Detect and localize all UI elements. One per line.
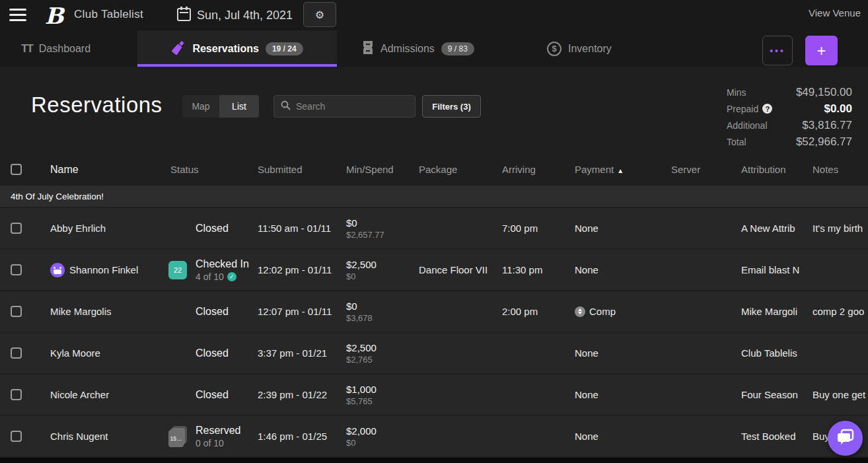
row-checkbox[interactable] [11, 431, 22, 442]
spend-value: $0 [346, 438, 419, 448]
spend-value: $2,657.77 [346, 230, 419, 240]
settings-button[interactable]: ⚙ [303, 2, 336, 27]
col-payment-sort[interactable]: Payment▲ [575, 164, 671, 175]
map-view-button[interactable]: Map [182, 95, 219, 118]
table-row[interactable]: Abby Ehrlich Closed 11:50 am - 01/11 $0$… [0, 208, 868, 248]
payment-cell: None [575, 223, 671, 234]
submitted-cell: 2:39 pm - 01/22 [258, 389, 346, 400]
min-value: $0 [346, 217, 419, 229]
col-status[interactable]: Status [165, 164, 258, 175]
list-view-button[interactable]: List [219, 95, 259, 118]
search-input[interactable] [296, 101, 416, 112]
col-name[interactable]: Name [50, 164, 165, 176]
notes-cell: Buy one get [813, 389, 868, 400]
tab-dashboard-label: Dashboard [39, 43, 90, 55]
mins-label: Mins [727, 87, 746, 98]
guest-count: 4 of 10 [196, 271, 224, 282]
guest-name: Nicole Archer [50, 389, 165, 400]
notes-cell: It's my birth [813, 223, 868, 234]
event-section-header: 4th Of July Celebration! [0, 186, 868, 207]
arriving-cell: 2:00 pm [502, 306, 575, 317]
row-checkbox[interactable] [11, 347, 22, 359]
col-attribution[interactable]: Attribution [741, 164, 813, 175]
payment-cell: None [575, 389, 671, 400]
attribution-cell: A New Attrib [741, 223, 813, 234]
row-checkbox[interactable] [11, 306, 22, 317]
tab-inventory-label: Inventory [568, 43, 612, 55]
table-number-badge: 22 [168, 261, 187, 279]
bottle-icon [171, 40, 186, 58]
arriving-cell: 11:30 pm [502, 264, 575, 275]
status-label: Closed [196, 306, 229, 318]
main-nav: TT Dashboard Reservations 19 / 24 Admiss… [0, 30, 868, 67]
guest-name: Abby Ehrlich [50, 223, 165, 234]
payment-cell: None [575, 264, 671, 275]
attribution-cell: Club Tablelis [741, 347, 813, 359]
table-row[interactable]: Shannon Finkel 22 Checked In 4 of 10✓ 12… [0, 250, 868, 290]
plus-icon: + [816, 42, 826, 60]
status-label: Closed [196, 347, 229, 359]
tab-reservations[interactable]: Reservations 19 / 24 [137, 30, 337, 67]
sort-asc-icon: ▲ [617, 167, 624, 174]
view-toggle: Map List [182, 95, 259, 118]
submitted-cell: 3:37 pm - 01/21 [258, 347, 346, 359]
row-checkbox[interactable] [11, 264, 22, 275]
select-all-checkbox[interactable] [11, 164, 22, 175]
view-venue-link[interactable]: View Venue [809, 7, 861, 18]
venue-name: Club Tablelist [74, 8, 143, 21]
spend-value: $0 [346, 271, 419, 281]
submitted-cell: 12:02 pm - 01/11 [258, 264, 346, 275]
col-arriving[interactable]: Arriving [502, 164, 575, 175]
add-reservation-button[interactable]: + [805, 36, 838, 65]
tab-inventory[interactable]: $ Inventory [547, 30, 612, 67]
submitted-cell: 1:46 pm - 01/25 [258, 431, 346, 442]
more-options-button[interactable]: ••• [762, 36, 793, 65]
gear-icon: ⚙ [315, 9, 324, 21]
guest-avatar [50, 263, 65, 277]
status-label: Checked In [196, 258, 249, 270]
attribution-cell: Four Season [741, 389, 813, 400]
attribution-cell: Test Booked [741, 431, 813, 442]
table-icon: TT [21, 42, 32, 55]
row-checkbox[interactable] [11, 389, 22, 400]
payment-cell: Comp [589, 306, 616, 317]
help-icon[interactable]: ? [762, 104, 772, 114]
row-checkbox[interactable] [11, 223, 22, 234]
calendar-icon [177, 7, 191, 24]
tab-reservations-label: Reservations [192, 43, 259, 55]
page-title: Reservations [31, 92, 163, 118]
status-label: Closed [196, 223, 229, 234]
spend-value: $5,765 [346, 396, 419, 406]
attribution-cell: Email blast N [741, 264, 813, 275]
payment-cell: None [575, 431, 671, 442]
notes-cell: comp 2 goo [813, 306, 868, 317]
spend-value: $3,678 [346, 313, 419, 323]
col-notes[interactable]: Notes [813, 164, 868, 175]
chat-widget-button[interactable] [828, 421, 863, 456]
tab-admissions-label: Admissions [380, 43, 435, 55]
search-box [273, 95, 416, 118]
table-row[interactable]: Nicole Archer Closed 2:39 pm - 01/22 $1,… [0, 374, 868, 415]
date-picker[interactable]: Sun, Jul 4th, 2021 [197, 9, 293, 22]
submitted-cell: 12:07 pm - 01/11 [258, 306, 346, 317]
col-server[interactable]: Server [671, 164, 741, 175]
stats-summary: Mins $49,150.00 Prepaid? $0.00 Additiona… [727, 84, 852, 150]
comp-icon [575, 306, 585, 317]
table-row[interactable]: Mike Margolis Closed 12:07 pm - 01/11 $0… [0, 291, 868, 332]
submitted-cell: 11:50 am - 01/11 [258, 223, 346, 234]
col-package[interactable]: Package [419, 164, 502, 175]
tab-admissions[interactable]: Admissions 9 / 83 [362, 30, 474, 67]
prepaid-label: Prepaid [727, 104, 758, 114]
hamburger-menu-icon[interactable] [9, 9, 26, 22]
col-submitted[interactable]: Submitted [258, 164, 346, 175]
tab-dashboard[interactable]: TT Dashboard [21, 30, 90, 67]
ellipsis-icon: ••• [770, 46, 785, 56]
guest-count: 0 of 10 [196, 438, 224, 448]
col-minspend[interactable]: Min/Spend [346, 164, 419, 175]
table-row[interactable]: Kyla Moore Closed 3:37 pm - 01/21 $2,500… [0, 333, 868, 373]
guest-name: Kyla Moore [50, 347, 165, 359]
table-row[interactable]: Chris Nugent 15… Reserved 0 of 10 1:46 p… [0, 416, 868, 456]
attribution-cell: Mike Margoli [741, 306, 813, 317]
dollar-circle-icon: $ [547, 42, 561, 56]
filters-button[interactable]: Filters (3) [422, 95, 481, 118]
